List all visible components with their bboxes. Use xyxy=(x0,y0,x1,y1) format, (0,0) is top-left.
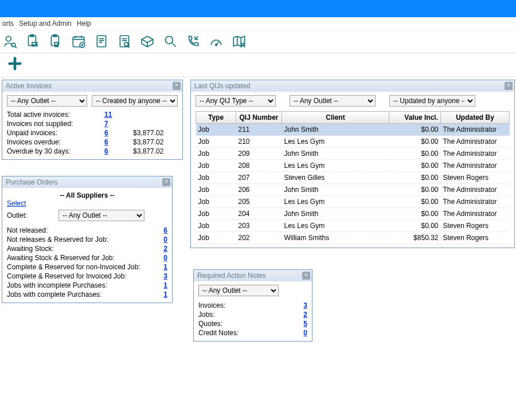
cell-client: William Smiths xyxy=(282,232,389,244)
cell-updated-by: The Administrator xyxy=(441,160,510,172)
table-row[interactable]: Job202William Smiths$850.32Steven Rogers xyxy=(196,232,510,244)
cell-qij: 209 xyxy=(236,148,282,160)
table-row[interactable]: Job210Les Les Gym$0.00The Administrator xyxy=(196,136,510,148)
stat-count-link[interactable]: 1 xyxy=(163,281,167,289)
table-row[interactable]: Job208Les Les Gym$0.00The Administrator xyxy=(196,160,510,172)
creator-dropdown[interactable]: -- Created by anyone -- xyxy=(92,95,178,107)
cell-qij: 203 xyxy=(236,220,282,232)
search-icon[interactable] xyxy=(163,34,178,50)
cell-client: Les Les Gym xyxy=(282,196,389,208)
table-row[interactable]: Job207Steven Gilles$0.00Steven Rogers xyxy=(196,172,510,184)
stat-count-link[interactable]: 1 xyxy=(163,263,167,271)
panel-title: Required Action Notes × xyxy=(194,270,312,281)
stat-label: Complete & Reserved for Invoiced Job: xyxy=(7,272,156,280)
po-stat-row: Awaiting Stock & Reserved for Job:0 xyxy=(7,253,167,262)
search-person-icon[interactable] xyxy=(2,34,17,50)
stat-count-link[interactable]: 0 xyxy=(163,254,167,262)
stat-label: Awaiting Stock: xyxy=(7,245,156,253)
stat-count-link[interactable]: 3 xyxy=(163,272,167,280)
svg-point-9 xyxy=(55,46,56,47)
table-row[interactable]: Job211John Smith$0.00The Administrator xyxy=(196,124,510,136)
cell-client: John Smith xyxy=(282,184,389,196)
outlet-dropdown[interactable]: -- Any Outlet -- xyxy=(290,95,376,107)
clipboard-cart-icon[interactable] xyxy=(48,34,63,50)
po-stat-row: Complete & Reserved for non-Invoiced Job… xyxy=(7,262,167,272)
outlet-dropdown[interactable]: -- Any Outlet -- xyxy=(58,210,144,221)
cell-qij: 210 xyxy=(236,136,282,148)
stat-amount xyxy=(133,111,173,119)
add-icon[interactable] xyxy=(7,65,23,73)
stat-label: Invoices: xyxy=(198,301,296,309)
table-row[interactable]: Job209John Smith$0.00The Administrator xyxy=(196,148,510,160)
last-qijs-panel: Last QIJs updated × -- Any QIJ Type -- -… xyxy=(190,80,515,248)
select-supplier-link[interactable]: Select xyxy=(7,199,26,207)
cell-qij: 205 xyxy=(236,196,282,208)
doc-lines-icon[interactable] xyxy=(94,34,109,50)
outlet-label: Outlet: xyxy=(7,211,58,219)
stat-count-link[interactable]: 2 xyxy=(303,311,307,319)
cell-value: $0.00 xyxy=(389,208,441,220)
col-qij-number[interactable]: QIJ Number xyxy=(236,112,282,124)
table-row[interactable]: Job205Les Les Gym$0.00The Administrator xyxy=(196,196,510,208)
stat-label: Jobs with incomplete Purchases: xyxy=(7,281,156,289)
stat-count-link[interactable]: 0 xyxy=(303,329,307,337)
close-icon[interactable]: × xyxy=(302,272,310,280)
stat-count-link[interactable]: 6 xyxy=(104,138,108,146)
qij-type-dropdown[interactable]: -- Any QIJ Type -- xyxy=(196,95,276,107)
close-icon[interactable]: × xyxy=(173,82,181,90)
cell-updated-by: Steven Rogers xyxy=(441,232,510,244)
stat-count-link[interactable]: 0 xyxy=(163,235,167,244)
phone-in-icon[interactable] xyxy=(186,34,201,50)
col-client[interactable]: Client xyxy=(282,112,389,124)
cell-updated-by: The Administrator xyxy=(441,148,510,160)
po-stat-row: Not released:6 xyxy=(7,226,167,235)
stat-count-link[interactable]: 6 xyxy=(163,226,167,234)
cell-qij: 206 xyxy=(236,184,282,196)
table-row[interactable]: Job206John Smith$0.00The Administrator xyxy=(196,184,510,196)
calendar-add-icon[interactable] xyxy=(71,34,86,50)
qij-table: Type QIJ Number Client Value Incl. Updat… xyxy=(196,111,510,244)
dashboard-workspace: Active Invoices × -- Any Outlet -- -- Cr… xyxy=(0,77,516,420)
cell-client: Les Les Gym xyxy=(282,136,389,148)
box-open-icon[interactable] xyxy=(140,34,155,50)
cell-updated-by: Steven Rogers xyxy=(441,220,510,232)
cell-client: John Smith xyxy=(282,208,389,220)
outlet-dropdown[interactable]: -- Any Outlet -- xyxy=(7,95,87,107)
stat-count-link[interactable]: 2 xyxy=(163,245,167,253)
stat-count-link[interactable]: 6 xyxy=(104,147,108,155)
gauge-icon[interactable] xyxy=(209,34,224,50)
doc-search-icon[interactable] xyxy=(117,34,132,50)
col-updated-by[interactable]: Updated By xyxy=(441,112,510,124)
stat-label: Quotes: xyxy=(198,320,296,328)
close-icon[interactable]: × xyxy=(162,178,170,186)
menu-setup-admin[interactable]: Setup and Admin xyxy=(19,19,71,28)
stat-count-link[interactable]: 5 xyxy=(303,320,307,328)
table-row[interactable]: Job204John Smith$0.00The Administrator xyxy=(196,208,510,220)
map-person-icon[interactable] xyxy=(232,34,247,50)
cell-qij: 207 xyxy=(236,172,282,184)
outlet-dropdown[interactable]: -- Any Outlet -- xyxy=(198,285,279,296)
stat-count-link[interactable]: 6 xyxy=(104,129,108,137)
clipboard-truck-icon[interactable] xyxy=(25,34,40,50)
stat-label: Awaiting Stock & Reserved for Job: xyxy=(7,254,156,262)
table-row[interactable]: Job203Les Les Gym$0.00Steven Rogers xyxy=(196,220,510,232)
col-value[interactable]: Value Incl. xyxy=(389,112,441,124)
stat-count-link[interactable]: 7 xyxy=(104,120,108,128)
stat-label: Overdue by 30 days: xyxy=(7,147,104,155)
stat-count-link[interactable]: 3 xyxy=(303,301,307,309)
cell-value: $0.00 xyxy=(389,148,441,160)
menu-help[interactable]: Help xyxy=(77,19,91,28)
updater-dropdown[interactable]: -- Updated by anyone -- xyxy=(389,95,475,107)
cell-type: Job xyxy=(196,136,236,148)
close-icon[interactable]: × xyxy=(505,82,513,90)
cell-type: Job xyxy=(196,148,236,160)
po-stat-row: Awaiting Stock:2 xyxy=(7,244,167,253)
cell-value: $0.00 xyxy=(389,172,441,184)
menu-reports[interactable]: orts xyxy=(2,19,14,28)
col-type[interactable]: Type xyxy=(196,112,236,124)
stat-count-link[interactable]: 11 xyxy=(104,111,112,119)
stat-count-link[interactable]: 1 xyxy=(163,291,167,299)
panel-title: Purchase Orders × xyxy=(2,176,172,188)
svg-point-15 xyxy=(124,42,128,46)
cell-value: $0.00 xyxy=(389,160,441,172)
